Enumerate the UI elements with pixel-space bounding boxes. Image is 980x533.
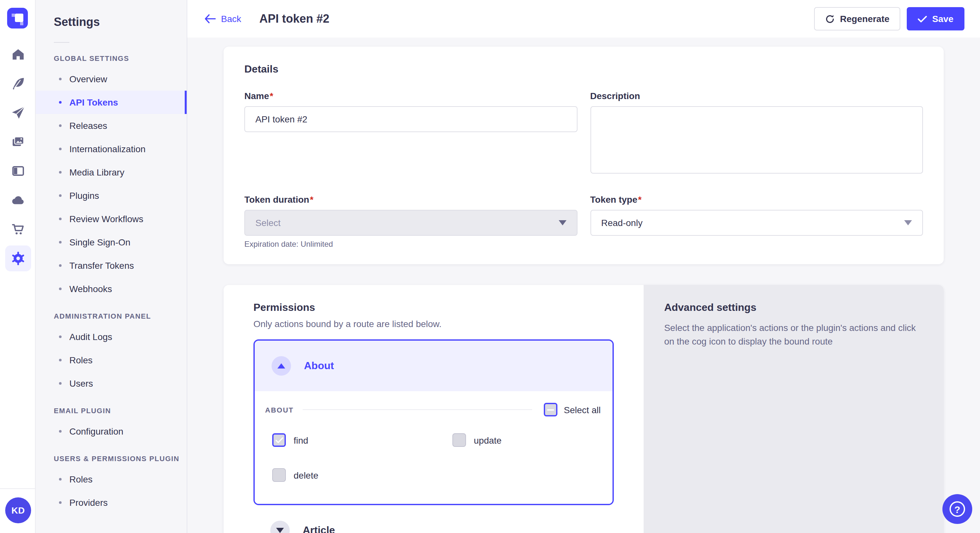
collapse-circle: [272, 356, 291, 376]
sidebar-item-admin-roles[interactable]: Roles: [36, 348, 187, 372]
bullet-icon: [59, 241, 62, 244]
releases-paper-plane-icon[interactable]: [5, 100, 31, 125]
name-input[interactable]: [244, 106, 577, 132]
bullet-icon: [59, 148, 62, 150]
select-all-control[interactable]: Select all: [544, 403, 601, 416]
rail-icon-list: [0, 41, 36, 271]
cloud-icon[interactable]: [5, 187, 31, 213]
about-accordion-body: ABOUT Select all: [255, 391, 612, 504]
sidebar-item-transfer-tokens[interactable]: Transfer Tokens: [36, 254, 187, 277]
header-actions: Regenerate Save: [814, 7, 964, 30]
sidebar-item-label: Configuration: [69, 426, 124, 436]
sidebar-item-label: Roles: [69, 474, 93, 484]
check-icon: [918, 15, 927, 22]
expand-circle: [270, 521, 290, 533]
permissions-card: Permissions Only actions bound by a rout…: [224, 285, 944, 533]
strapi-logo[interactable]: [7, 8, 28, 29]
token-type-value: Read-only: [601, 217, 643, 228]
token-type-label: Token type*: [590, 194, 923, 205]
settings-subnav: Settings GLOBAL SETTINGS Overview API To…: [36, 0, 187, 533]
layout-panel-icon[interactable]: [5, 158, 31, 184]
chevron-down-icon: [558, 220, 566, 225]
sidebar-item-audit-logs[interactable]: Audit Logs: [36, 325, 187, 348]
group-divider: [303, 409, 532, 410]
bullet-icon: [59, 171, 62, 174]
action-label: find: [294, 435, 308, 445]
advanced-settings-description: Select the application's actions or the …: [664, 321, 923, 348]
sidebar-item-admin-users[interactable]: Users: [36, 372, 187, 395]
bullet-icon: [59, 335, 62, 338]
sidebar-item-label: Media Library: [69, 167, 124, 178]
permissions-title: Permissions: [253, 302, 614, 314]
details-form: Name* Description Token duration* Select…: [244, 90, 923, 249]
name-field-group: Name*: [244, 90, 577, 132]
sidebar-item-review-workflows[interactable]: Review Workflows: [36, 207, 187, 230]
chevron-up-icon: [277, 363, 285, 368]
sidebar-item-api-tokens[interactable]: API Tokens: [36, 90, 187, 114]
bullet-icon: [59, 264, 62, 267]
find-checkbox[interactable]: [272, 433, 286, 447]
action-find: find: [272, 433, 452, 447]
required-asterisk: *: [638, 194, 642, 205]
sidebar-item-single-sign-on[interactable]: Single Sign-On: [36, 230, 187, 254]
bullet-icon: [59, 501, 62, 504]
sidebar-item-up-providers[interactable]: Providers: [36, 491, 187, 514]
check-icon: [275, 437, 283, 443]
sidebar-item-label: Transfer Tokens: [69, 260, 134, 271]
action-label: update: [474, 435, 502, 445]
main-nav-rail: KD: [0, 0, 36, 533]
select-all-label: Select all: [564, 405, 601, 415]
description-field-group: Description: [590, 90, 923, 176]
user-avatar[interactable]: KD: [5, 497, 31, 523]
name-label: Name*: [244, 90, 577, 101]
delete-checkbox[interactable]: [272, 468, 286, 482]
expiration-hint: Expiration date: Unlimited: [244, 240, 577, 249]
sidebar-item-releases[interactable]: Releases: [36, 114, 187, 137]
main-content: Details Name* Description Token duration…: [187, 38, 980, 533]
required-asterisk: *: [270, 90, 273, 101]
content-manager-feather-icon[interactable]: [5, 71, 31, 97]
sidebar-item-up-roles[interactable]: Roles: [36, 468, 187, 491]
marketplace-cart-icon[interactable]: [5, 216, 31, 242]
media-library-images-icon[interactable]: [5, 129, 31, 155]
select-all-checkbox[interactable]: [544, 403, 557, 416]
description-textarea[interactable]: [590, 106, 923, 174]
back-button[interactable]: Back: [204, 14, 241, 24]
section-label-global-settings: GLOBAL SETTINGS: [36, 43, 187, 67]
details-card: Details Name* Description Token duration…: [224, 47, 944, 264]
sidebar-item-overview[interactable]: Overview: [36, 67, 187, 90]
sidebar-item-webhooks[interactable]: Webhooks: [36, 277, 187, 300]
bullet-icon: [59, 430, 62, 433]
home-icon[interactable]: [5, 41, 31, 67]
settings-gear-icon[interactable]: [5, 246, 31, 271]
about-group-row: ABOUT Select all: [265, 403, 600, 416]
sidebar-item-email-configuration[interactable]: Configuration: [36, 420, 187, 443]
page-title: API token #2: [259, 12, 329, 25]
token-type-select[interactable]: Read-only: [590, 210, 923, 236]
save-button[interactable]: Save: [907, 7, 964, 30]
sidebar-item-label: Releases: [69, 121, 107, 131]
subnav-title: Settings: [36, 0, 187, 29]
regenerate-button[interactable]: Regenerate: [814, 7, 900, 30]
update-checkbox[interactable]: [452, 433, 466, 447]
chevron-down-icon: [276, 528, 284, 533]
about-accordion-toggle[interactable]: About: [255, 341, 612, 391]
sidebar-item-plugins[interactable]: Plugins: [36, 184, 187, 207]
sidebar-item-internationalization[interactable]: Internationalization: [36, 137, 187, 160]
sidebar-item-media-library[interactable]: Media Library: [36, 160, 187, 184]
section-label-administration-panel: ADMINISTRATION PANEL: [36, 300, 187, 325]
bullet-icon: [59, 78, 62, 80]
help-button[interactable]: ?: [942, 494, 972, 524]
refresh-icon: [825, 14, 835, 24]
about-accordion-title: About: [304, 360, 334, 372]
indeterminate-dash-icon: [547, 409, 554, 410]
token-duration-select[interactable]: Select: [244, 210, 577, 236]
article-accordion-toggle[interactable]: Article: [253, 505, 614, 533]
sidebar-item-label: Roles: [69, 355, 93, 365]
about-accordion: About ABOUT Select all: [253, 339, 614, 505]
page-header: Back API token #2 Regenerate Save: [187, 0, 980, 38]
section-label-email-plugin: EMAIL PLUGIN: [36, 395, 187, 420]
details-title: Details: [244, 63, 923, 75]
token-type-field-group: Token type* Read-only: [590, 194, 923, 236]
permissions-subtitle: Only actions bound by a route are listed…: [253, 319, 614, 329]
